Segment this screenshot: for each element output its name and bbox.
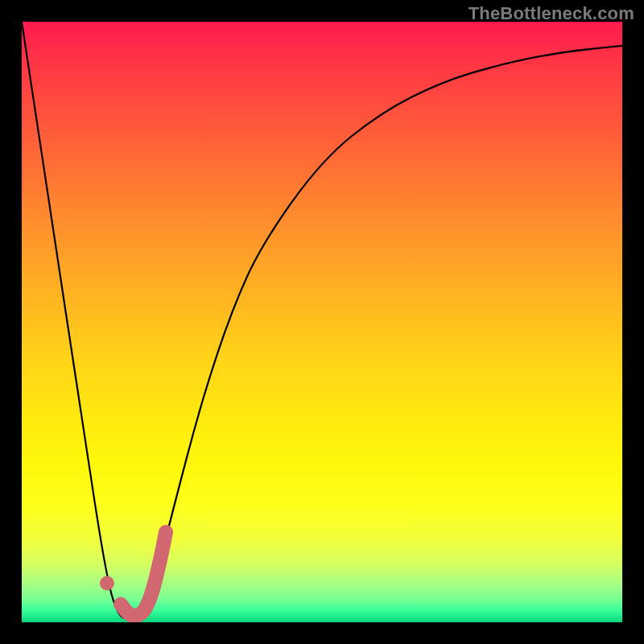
watermark-text: TheBottleneck.com: [469, 3, 634, 24]
chart-svg: [22, 22, 622, 622]
plot-area: [22, 22, 622, 622]
highlight-hook: [121, 532, 166, 616]
bottleneck-curve: [22, 22, 622, 619]
highlight-dot: [100, 576, 114, 591]
chart-frame: TheBottleneck.com: [0, 0, 644, 644]
